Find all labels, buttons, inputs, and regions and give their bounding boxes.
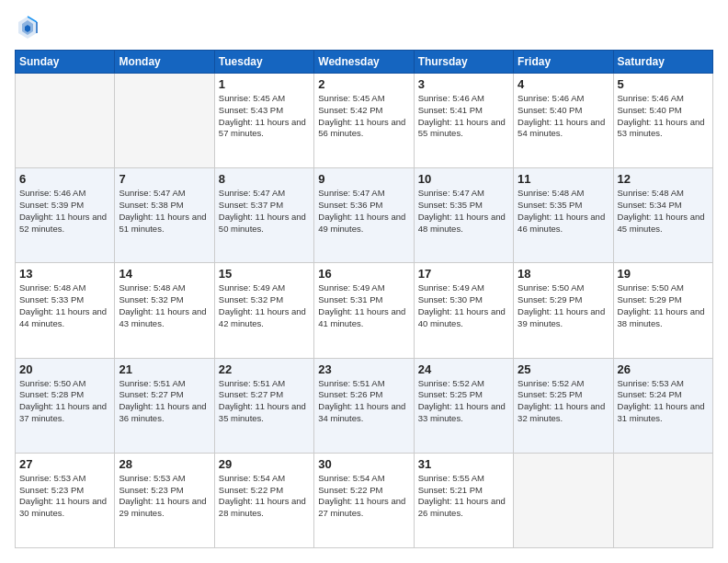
cell-sun-info: Sunrise: 5:50 AM Sunset: 5:29 PM Dayligh… [518,282,609,329]
cell-sun-info: Sunrise: 5:48 AM Sunset: 5:35 PM Dayligh… [518,188,609,235]
calendar-cell: 29Sunrise: 5:54 AM Sunset: 5:22 PM Dayli… [214,453,313,547]
day-number: 17 [418,267,509,281]
cell-sun-info: Sunrise: 5:53 AM Sunset: 5:23 PM Dayligh… [119,473,210,520]
cell-sun-info: Sunrise: 5:46 AM Sunset: 5:40 PM Dayligh… [618,93,709,140]
day-number: 5 [618,77,709,91]
calendar-cell: 11Sunrise: 5:48 AM Sunset: 5:35 PM Dayli… [514,168,613,263]
cell-sun-info: Sunrise: 5:47 AM Sunset: 5:35 PM Dayligh… [418,188,509,235]
calendar-cell: 8Sunrise: 5:47 AM Sunset: 5:37 PM Daylig… [214,168,313,263]
calendar-cell: 26Sunrise: 5:53 AM Sunset: 5:24 PM Dayli… [613,358,712,453]
weekday-header-row: SundayMondayTuesdayWednesdayThursdayFrid… [16,51,713,74]
day-number: 22 [219,362,310,376]
day-number: 25 [518,362,609,376]
day-number: 10 [418,172,509,186]
cell-sun-info: Sunrise: 5:46 AM Sunset: 5:40 PM Dayligh… [518,93,609,140]
cell-sun-info: Sunrise: 5:53 AM Sunset: 5:23 PM Dayligh… [19,473,110,520]
header [15,15,713,40]
day-number: 26 [618,362,709,376]
calendar-cell [613,453,712,547]
day-number: 15 [219,267,310,281]
weekday-header-thursday: Thursday [414,51,513,74]
calendar-cell: 28Sunrise: 5:53 AM Sunset: 5:23 PM Dayli… [115,453,214,547]
calendar-table: SundayMondayTuesdayWednesdayThursdayFrid… [15,50,713,548]
day-number: 11 [518,172,609,186]
day-number: 1 [219,77,310,91]
cell-sun-info: Sunrise: 5:51 AM Sunset: 5:27 PM Dayligh… [119,378,210,425]
calendar-cell: 3Sunrise: 5:46 AM Sunset: 5:41 PM Daylig… [414,74,513,168]
day-number: 6 [19,172,110,186]
cell-sun-info: Sunrise: 5:52 AM Sunset: 5:25 PM Dayligh… [418,378,509,425]
day-number: 3 [418,77,509,91]
cell-sun-info: Sunrise: 5:46 AM Sunset: 5:39 PM Dayligh… [19,188,110,235]
calendar-cell: 19Sunrise: 5:50 AM Sunset: 5:29 PM Dayli… [613,263,712,358]
weekday-header-wednesday: Wednesday [314,51,414,74]
day-number: 20 [19,362,110,376]
day-number: 21 [119,362,210,376]
day-number: 14 [119,267,210,281]
page: SundayMondayTuesdayWednesdayThursdayFrid… [0,0,728,563]
cell-sun-info: Sunrise: 5:48 AM Sunset: 5:32 PM Dayligh… [119,282,210,329]
cell-sun-info: Sunrise: 5:47 AM Sunset: 5:37 PM Dayligh… [219,188,310,235]
day-number: 8 [219,172,310,186]
calendar-cell: 6Sunrise: 5:46 AM Sunset: 5:39 PM Daylig… [16,168,115,263]
cell-sun-info: Sunrise: 5:46 AM Sunset: 5:41 PM Dayligh… [418,93,509,140]
cell-sun-info: Sunrise: 5:48 AM Sunset: 5:34 PM Dayligh… [618,188,709,235]
weekday-header-friday: Friday [514,51,613,74]
calendar-cell: 14Sunrise: 5:48 AM Sunset: 5:32 PM Dayli… [115,263,214,358]
calendar-cell: 15Sunrise: 5:49 AM Sunset: 5:32 PM Dayli… [214,263,313,358]
calendar-week-row: 20Sunrise: 5:50 AM Sunset: 5:28 PM Dayli… [16,358,713,453]
day-number: 13 [19,267,110,281]
day-number: 18 [518,267,609,281]
day-number: 27 [19,457,110,471]
calendar-cell: 5Sunrise: 5:46 AM Sunset: 5:40 PM Daylig… [613,74,712,168]
day-number: 2 [318,77,409,91]
cell-sun-info: Sunrise: 5:50 AM Sunset: 5:28 PM Dayligh… [19,378,110,425]
cell-sun-info: Sunrise: 5:54 AM Sunset: 5:22 PM Dayligh… [219,473,310,520]
cell-sun-info: Sunrise: 5:53 AM Sunset: 5:24 PM Dayligh… [618,378,709,425]
cell-sun-info: Sunrise: 5:47 AM Sunset: 5:36 PM Dayligh… [318,188,409,235]
cell-sun-info: Sunrise: 5:54 AM Sunset: 5:22 PM Dayligh… [318,473,409,520]
calendar-cell: 20Sunrise: 5:50 AM Sunset: 5:28 PM Dayli… [16,358,115,453]
calendar-week-row: 13Sunrise: 5:48 AM Sunset: 5:33 PM Dayli… [16,263,713,358]
day-number: 31 [418,457,509,471]
weekday-header-saturday: Saturday [613,51,712,74]
day-number: 16 [318,267,409,281]
calendar-cell [115,74,214,168]
day-number: 24 [418,362,509,376]
calendar-cell: 16Sunrise: 5:49 AM Sunset: 5:31 PM Dayli… [314,263,414,358]
cell-sun-info: Sunrise: 5:55 AM Sunset: 5:21 PM Dayligh… [418,473,509,520]
calendar-cell: 22Sunrise: 5:51 AM Sunset: 5:27 PM Dayli… [214,358,313,453]
day-number: 9 [318,172,409,186]
cell-sun-info: Sunrise: 5:45 AM Sunset: 5:42 PM Dayligh… [318,93,409,140]
day-number: 29 [219,457,310,471]
weekday-header-tuesday: Tuesday [214,51,313,74]
calendar-cell: 30Sunrise: 5:54 AM Sunset: 5:22 PM Dayli… [314,453,414,547]
logo-icon [15,15,40,40]
calendar-week-row: 6Sunrise: 5:46 AM Sunset: 5:39 PM Daylig… [16,168,713,263]
day-number: 4 [518,77,609,91]
cell-sun-info: Sunrise: 5:49 AM Sunset: 5:31 PM Dayligh… [318,282,409,329]
weekday-header-sunday: Sunday [16,51,115,74]
calendar-cell: 13Sunrise: 5:48 AM Sunset: 5:33 PM Dayli… [16,263,115,358]
day-number: 19 [618,267,709,281]
calendar-cell: 25Sunrise: 5:52 AM Sunset: 5:25 PM Dayli… [514,358,613,453]
day-number: 30 [318,457,409,471]
calendar-cell: 10Sunrise: 5:47 AM Sunset: 5:35 PM Dayli… [414,168,513,263]
cell-sun-info: Sunrise: 5:51 AM Sunset: 5:27 PM Dayligh… [219,378,310,425]
cell-sun-info: Sunrise: 5:45 AM Sunset: 5:43 PM Dayligh… [219,93,310,140]
cell-sun-info: Sunrise: 5:52 AM Sunset: 5:25 PM Dayligh… [518,378,609,425]
weekday-header-monday: Monday [115,51,214,74]
calendar-cell: 1Sunrise: 5:45 AM Sunset: 5:43 PM Daylig… [214,74,313,168]
calendar-cell [514,453,613,547]
logo [15,15,44,40]
day-number: 12 [618,172,709,186]
day-number: 23 [318,362,409,376]
cell-sun-info: Sunrise: 5:49 AM Sunset: 5:30 PM Dayligh… [418,282,509,329]
calendar-week-row: 27Sunrise: 5:53 AM Sunset: 5:23 PM Dayli… [16,453,713,547]
cell-sun-info: Sunrise: 5:49 AM Sunset: 5:32 PM Dayligh… [219,282,310,329]
cell-sun-info: Sunrise: 5:47 AM Sunset: 5:38 PM Dayligh… [119,188,210,235]
calendar-cell: 23Sunrise: 5:51 AM Sunset: 5:26 PM Dayli… [314,358,414,453]
cell-sun-info: Sunrise: 5:48 AM Sunset: 5:33 PM Dayligh… [19,282,110,329]
calendar-cell: 12Sunrise: 5:48 AM Sunset: 5:34 PM Dayli… [613,168,712,263]
day-number: 7 [119,172,210,186]
